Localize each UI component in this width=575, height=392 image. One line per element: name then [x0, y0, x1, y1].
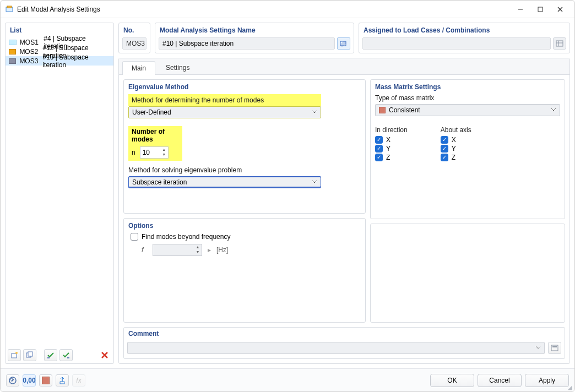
tab-main[interactable]: Main [122, 61, 155, 75]
no-field: MOS3 [122, 37, 147, 50]
chevron-down-icon [312, 179, 317, 184]
list-item-label: #10 | Subspace iteration [42, 53, 110, 69]
tab-settings[interactable]: Settings [156, 61, 199, 74]
comment-edit-button[interactable] [548, 342, 561, 354]
method-label: Method for determining the number of mod… [128, 94, 321, 106]
no-panel: No. MOS3 [118, 23, 150, 53]
statusbar: 0,00 fx OK Cancel Apply [1, 368, 574, 391]
frequency-unit: [Hz] [216, 246, 228, 254]
check-b-button[interactable] [59, 349, 73, 361]
svg-rect-15 [556, 41, 563, 46]
options-section: Options Find modes beyond frequency f [123, 218, 366, 323]
dialog-body: List MOS1 #4 | Subspace iteration MOS2 #… [1, 18, 574, 368]
minimize-button[interactable] [511, 3, 530, 16]
dir-z-checkbox[interactable] [375, 154, 383, 161]
svg-rect-19 [552, 346, 557, 347]
titlebar: Edit Modal Analysis Settings [1, 1, 574, 18]
swatch-icon [9, 58, 16, 64]
axis-label: About axis [441, 126, 471, 134]
find-modes-checkbox[interactable] [131, 233, 138, 241]
axis-y-checkbox[interactable] [441, 145, 448, 153]
delete-item-button[interactable] [98, 349, 111, 361]
resize-grip[interactable]: ◢ [568, 385, 573, 390]
spinner-buttons[interactable]: ▲▼ [161, 148, 167, 157]
comment-header: Comment [124, 328, 565, 340]
color-swatch-icon [42, 377, 50, 384]
dialog-window: Edit Modal Analysis Settings List MOS1 #… [0, 0, 575, 392]
app-icon [5, 5, 14, 14]
color-button[interactable] [39, 374, 52, 386]
tabs-panel: Main Settings Eigenvalue Method Method f… [118, 58, 570, 364]
dir-x-checkbox[interactable] [375, 136, 383, 144]
method-select[interactable]: User-Defined [128, 106, 321, 118]
frequency-spinner: ▲▼ [153, 244, 202, 256]
copy-item-button[interactable] [23, 349, 36, 361]
decimals-button[interactable]: 0,00 [23, 374, 36, 386]
list-item[interactable]: MOS3 #10 | Subspace iteration [6, 56, 113, 66]
chevron-down-icon [551, 107, 556, 112]
solver-label: Method for solving eigenvalue problem [128, 166, 361, 174]
chevron-down-icon [312, 109, 317, 115]
cancel-button[interactable]: Cancel [478, 374, 522, 387]
check-a-button[interactable] [44, 349, 57, 361]
assigned-panel: Assigned to Load Cases / Combinations [359, 23, 570, 53]
help-button[interactable] [6, 374, 19, 386]
swatch-icon [9, 40, 17, 45]
svg-rect-11 [67, 357, 69, 358]
window-title: Edit Modal Analysis Settings [17, 6, 100, 13]
name-panel: Modal Analysis Settings Name #10 | Subsp… [155, 23, 354, 53]
find-modes-checkbox-row: Find modes beyond frequency [131, 233, 361, 241]
list-panel: List MOS1 #4 | Subspace iteration MOS2 #… [5, 23, 114, 364]
fx-button: fx [72, 374, 85, 386]
new-item-button[interactable] [8, 349, 21, 361]
list-body: MOS1 #4 | Subspace iteration MOS2 #12 | … [6, 36, 113, 347]
assigned-browse-button[interactable] [553, 37, 566, 50]
svg-rect-6 [12, 353, 17, 358]
find-modes-label: Find modes beyond frequency [142, 233, 230, 241]
name-header: Modal Analysis Settings Name [155, 23, 354, 36]
swatch-icon [9, 49, 16, 55]
eigenvalue-section: Eigenvalue Method Method for determining… [123, 79, 366, 214]
direction-col: In direction X Y Z [375, 126, 408, 162]
comment-combobox[interactable] [127, 342, 545, 354]
mass-type-label: Type of mass matrix [375, 94, 560, 102]
arrow-right-icon: ▸ [208, 246, 211, 254]
list-item-code: MOS3 [19, 57, 39, 65]
blank-section [370, 224, 565, 323]
tabs: Main Settings [119, 58, 569, 75]
comment-panel: Comment [123, 327, 565, 359]
options-header: Options [128, 222, 361, 230]
svg-rect-1 [7, 6, 12, 8]
svg-point-22 [10, 378, 13, 380]
axis-z-checkbox[interactable] [441, 154, 448, 161]
assigned-field[interactable] [362, 37, 551, 50]
axis-x-checkbox[interactable] [441, 136, 448, 144]
rename-button[interactable] [337, 37, 350, 50]
solver-select[interactable]: Subspace iteration [128, 176, 321, 188]
svg-rect-9 [28, 352, 32, 356]
tab-content-main: Eigenvalue Method Method for determining… [119, 75, 569, 363]
f-symbol: f [142, 246, 147, 254]
modes-row: n 10 ▲▼ [128, 145, 182, 161]
name-field[interactable]: #10 | Subspace iteration [159, 37, 335, 50]
svg-rect-18 [551, 345, 558, 351]
modes-spinner[interactable]: 10 ▲▼ [140, 146, 169, 159]
modes-label: Number of modes [128, 126, 182, 145]
dir-y-checkbox[interactable] [375, 145, 383, 153]
tool-a-button[interactable] [56, 374, 69, 386]
maximize-button[interactable] [530, 3, 550, 16]
mass-swatch-icon [379, 107, 386, 113]
ok-button[interactable]: OK [430, 374, 474, 387]
chevron-down-icon [535, 345, 541, 350]
left-column: List MOS1 #4 | Subspace iteration MOS2 #… [5, 23, 114, 364]
list-item-code: MOS2 [19, 48, 39, 56]
close-button[interactable] [550, 3, 570, 16]
no-header: No. [119, 23, 150, 36]
mass-type-select[interactable]: Consistent [375, 104, 560, 116]
apply-button[interactable]: Apply [525, 374, 569, 387]
mass-section: Mass Matrix Settings Type of mass matrix… [370, 79, 565, 219]
list-item-code: MOS1 [20, 39, 40, 46]
top-row: No. MOS3 Modal Analysis Settings Name #1… [118, 23, 570, 53]
eigen-header: Eigenvalue Method [128, 83, 361, 91]
axis-col: About axis X Y Z [441, 126, 471, 162]
